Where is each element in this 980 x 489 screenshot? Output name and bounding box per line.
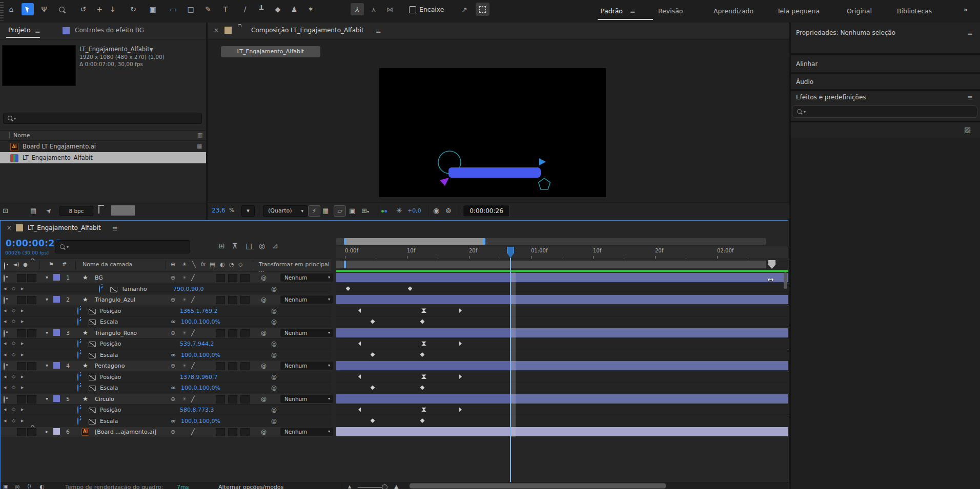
velocity-graph-icon[interactable]: [110, 287, 117, 292]
info-icon[interactable]: ◎: [15, 484, 20, 489]
velocity-graph-icon[interactable]: [89, 320, 96, 325]
workspace-tab-aprendizado[interactable]: Aprendizado: [713, 0, 753, 22]
layer-label-swatch[interactable]: [53, 274, 60, 281]
project-item-row[interactable]: AiBoard LT Engajamento.ai▦: [0, 141, 206, 152]
keyframe[interactable]: [358, 308, 362, 313]
shy-switch[interactable]: ⊕: [171, 363, 175, 369]
link-dimensions-icon[interactable]: ∞: [171, 318, 176, 325]
parent-pickwhip-icon[interactable]: @: [261, 274, 267, 281]
collapse-switch[interactable]: ☀: [182, 274, 187, 281]
vertical-scrollbar-thumb[interactable]: [784, 272, 787, 289]
timeline-property-row[interactable]: ◀◇▶Posição1378,9,960,7@: [1, 372, 788, 382]
layer-name[interactable]: Pentagono: [95, 363, 125, 369]
next-keyframe-arrow[interactable]: ▶: [21, 342, 24, 346]
rectangle-tool[interactable]: ▭: [167, 3, 179, 15]
resolution-dropdown[interactable]: (Quarto)▾: [263, 205, 308, 217]
quality-switch[interactable]: ╱: [191, 296, 195, 303]
video-eye-icon[interactable]: [4, 363, 5, 370]
add-keyframe-diamond[interactable]: ◇: [12, 341, 15, 346]
switch-box[interactable]: [216, 329, 225, 337]
twirl-icon[interactable]: ▾: [46, 363, 48, 368]
keyframe[interactable]: [358, 342, 362, 346]
next-keyframe-arrow[interactable]: ▶: [21, 353, 24, 357]
prev-keyframe-arrow[interactable]: ◀: [4, 320, 6, 324]
parent-pickwhip-icon[interactable]: @: [261, 296, 267, 303]
video-eye-icon[interactable]: [4, 275, 5, 282]
half-icon[interactable]: ◐: [39, 484, 45, 489]
close-tab-icon[interactable]: ×: [214, 27, 219, 33]
timeline-property-row[interactable]: ◀◇▶Escala∞100,0,100,0%@: [1, 382, 788, 393]
switch-box[interactable]: [240, 362, 250, 370]
collapse-switch[interactable]: ☀: [182, 330, 187, 336]
parent-pickwhip-icon[interactable]: @: [261, 429, 267, 435]
timeline-property-row[interactable]: ◀◇▶Tamanho790,0,90,0@: [1, 284, 788, 294]
property-value[interactable]: 100,0,100,0%: [181, 352, 220, 358]
shy-switch[interactable]: ⊕: [171, 274, 175, 281]
add-keyframe-diamond[interactable]: ◇: [12, 407, 15, 412]
blue-bar-shape[interactable]: [448, 167, 541, 178]
quality-switch[interactable]: ╱: [191, 429, 195, 435]
workspace-tab-tela-pequena[interactable]: Tela pequena: [777, 0, 820, 22]
shape-tool[interactable]: □: [185, 3, 197, 15]
property-name[interactable]: Posição: [100, 374, 121, 380]
layer-label-swatch[interactable]: [53, 329, 60, 336]
expression-pickwhip-icon[interactable]: @: [271, 286, 277, 292]
timeline-property-row[interactable]: ◀◇▶Posição1365,1,769,2@: [1, 306, 788, 316]
switch-box[interactable]: [216, 274, 225, 282]
parent-pickwhip-icon[interactable]: @: [261, 396, 267, 402]
camera-tool[interactable]: ▣: [147, 3, 159, 15]
twirl-icon[interactable]: ▾: [46, 330, 48, 335]
next-keyframe-arrow[interactable]: ▶: [21, 386, 24, 390]
keyframe[interactable]: [371, 352, 375, 357]
brush-tool[interactable]: ∕: [239, 3, 251, 15]
home-tool[interactable]: ⌂: [5, 3, 17, 15]
bit-depth-button[interactable]: 8 bpc: [59, 206, 93, 216]
project-item-row[interactable]: LT_Engajamento_Alfabit: [0, 152, 206, 163]
stopwatch-icon[interactable]: [77, 407, 78, 413]
brackets-icon[interactable]: ⟨⟩: [27, 484, 31, 489]
exposure-reset-icon[interactable]: ✳: [396, 207, 402, 214]
switch-box[interactable]: [240, 274, 250, 282]
velocity-graph-icon[interactable]: [89, 386, 96, 391]
add-keyframe-diamond[interactable]: ◇: [12, 374, 15, 379]
switch-box[interactable]: [228, 329, 237, 337]
expression-pickwhip-icon[interactable]: @: [271, 374, 277, 380]
link-dimensions-icon[interactable]: ∞: [171, 417, 176, 424]
zoom-tool[interactable]: [55, 3, 68, 15]
orbit-tool[interactable]: ↓: [107, 3, 119, 15]
rocket-icon[interactable]: ➤: [45, 206, 53, 215]
layer-label-swatch[interactable]: [53, 296, 60, 303]
interpret-footage-icon[interactable]: ⊡: [3, 207, 8, 214]
prev-keyframe-arrow[interactable]: ◀: [4, 419, 6, 423]
workspace-tab-padrão[interactable]: Padrão≡: [601, 0, 636, 22]
comp-current-time[interactable]: 0:00:00:26: [463, 205, 510, 217]
switch-box[interactable]: [240, 428, 250, 436]
eraser-tool[interactable]: ◆: [272, 3, 284, 15]
tab-effect-controls[interactable]: Controles do efeito BG: [75, 27, 144, 33]
stopwatch-icon[interactable]: [99, 286, 100, 292]
exposure-value[interactable]: +0,0: [407, 208, 421, 214]
project-list-header[interactable]: Nome ▥: [0, 130, 206, 141]
add-keyframe-diamond[interactable]: ◇: [12, 318, 15, 324]
layer-name[interactable]: Triangulo_Azul: [95, 296, 135, 303]
property-name[interactable]: Posição: [100, 308, 121, 314]
next-keyframe-arrow[interactable]: ▶: [21, 309, 24, 313]
column-key-icon[interactable]: ▥: [197, 132, 202, 138]
shy-switch[interactable]: ⊕: [171, 296, 175, 303]
keyframe[interactable]: [420, 418, 425, 423]
layer-name[interactable]: BG: [95, 274, 103, 281]
parent-dropdown[interactable]: Nenhum▾: [280, 273, 333, 282]
next-keyframe-arrow[interactable]: ▶: [21, 320, 24, 324]
zoom-out-mountain-icon[interactable]: ▲: [348, 485, 351, 489]
twirl-icon[interactable]: ▾: [46, 274, 48, 280]
shy-switch[interactable]: ⊕: [171, 429, 175, 435]
keyframe[interactable]: [358, 408, 362, 412]
property-name[interactable]: Tamanho: [121, 286, 147, 292]
snap-checkbox[interactable]: [409, 6, 416, 13]
preview-comp-name[interactable]: LT_Engajamento_Alfabit▼: [79, 47, 153, 53]
render-multiple-frames-icon[interactable]: ▣: [3, 484, 8, 489]
timeline-layer-row[interactable]: ▾1★BG⊕☀╱@Nenhum▾: [1, 272, 788, 283]
layer-name[interactable]: [Board ...ajamento.ai]: [95, 429, 156, 435]
selection-tool[interactable]: [22, 3, 34, 15]
keyframe[interactable]: [420, 320, 425, 324]
